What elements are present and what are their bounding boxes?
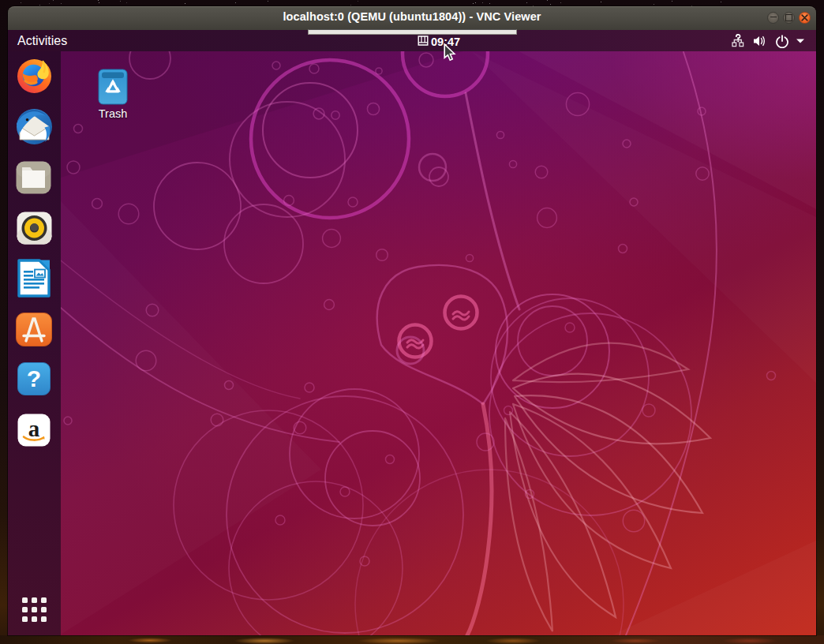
svg-text:?: ? (27, 365, 41, 391)
svg-text:a: a (28, 416, 40, 441)
